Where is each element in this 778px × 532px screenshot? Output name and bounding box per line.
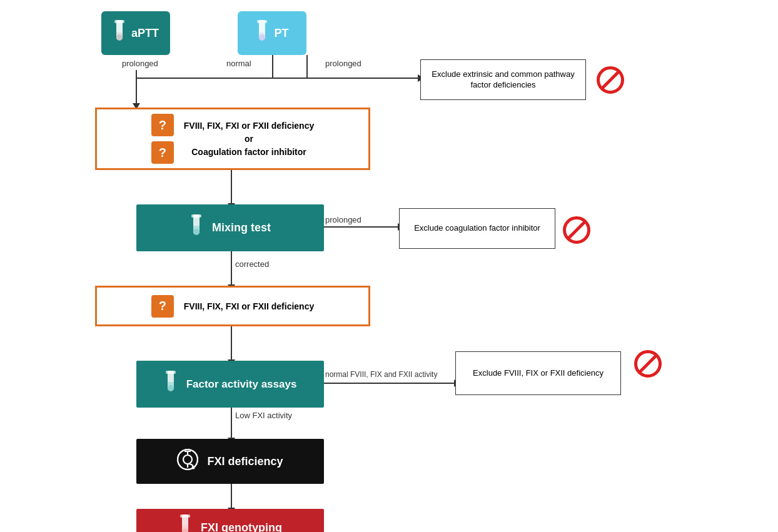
fviii2-text: FVIII, FIX, FXI or FXII deficiency [184,301,315,311]
factor-activity-label: Factor activity assays [186,378,297,391]
svg-point-14 [168,385,174,391]
label-corrected: corrected [235,259,269,269]
tube-aptt-icon [113,20,126,47]
fxi-genotyping-box: FXI genotyping [136,509,324,532]
fxi-genotyping-label: FXI genotyping [201,521,282,533]
arrow-mixing-down [231,251,232,286]
fxi-deficiency-box: FXI deficiency [136,439,324,484]
label-prolonged-mixing: prolonged [325,215,361,224]
question-mark-3: ? [151,295,174,318]
question-marks-column: ? ? [151,114,174,164]
no-symbol-extrinsic [597,66,624,96]
question-mark-2: ? [151,141,174,164]
pt-box: PT [238,11,306,55]
label-normal: normal [226,59,251,68]
fviii-deficiency-box: ? FVIII, FIX, FXI or FXII deficiency [95,286,370,326]
aptt-label: aPTT [131,27,159,40]
svg-rect-15 [166,371,176,374]
mixing-test-label: Mixing test [212,221,271,234]
exclude-coag-text: Exclude coagulation factor inhibitor [414,223,540,234]
fviii-or-inhibitor-box: ? ? FVIII, FIX, FXI or FXII deficiency o… [95,108,370,170]
exclude-coag-box: Exclude coagulation factor inhibitor [399,208,555,249]
label-low-fxi: Low FXI activity [235,411,292,420]
no-entry-icon-1 [597,66,624,94]
svg-point-20 [192,466,195,469]
connector-horizontal [136,78,306,79]
tube-mixing-icon [189,214,203,241]
factor-activity-box: Factor activity assays [136,361,324,408]
svg-rect-11 [191,214,201,218]
exclude-extrinsic-text: Exclude extrinsic and common pathway fac… [425,69,582,91]
fviii-line1: FVIII, FIX, FXI or FXII deficiency [184,119,315,133]
arrow-factor-down [231,408,232,439]
no-entry-icon-2 [563,216,590,244]
arrow-fviii-down [231,170,232,204]
arrow-fxi-down [231,484,232,509]
diagram: aPTT PT prolonged normal prolonged [0,0,778,532]
svg-rect-25 [180,514,190,518]
stethoscope-icon [177,449,198,474]
arrow-factor-right [324,383,455,384]
label-prolonged-right: prolonged [325,59,361,68]
tube-pt-icon [255,20,269,47]
exclude-fviii-text: Exclude FVIII, FIX or FXII deficiency [473,368,604,379]
pt-label: PT [274,27,288,40]
aptt-box: aPTT [101,11,170,55]
fviii-text-block: FVIII, FIX, FXI or FXII deficiency or Co… [184,119,315,159]
question-mark-1: ? [151,114,174,136]
mixing-test-box: Mixing test [136,204,324,251]
arrow-aptt-down [136,70,137,104]
exclude-fviii-box: Exclude FVIII, FIX or FXII deficiency [455,351,621,395]
svg-point-17 [183,455,192,464]
label-normal-fviii: normal FVIII, FIX and FXII activity [325,370,437,379]
fxi-deficiency-label: FXI deficiency [207,455,283,468]
no-entry-icon-3 [634,350,662,378]
arrow-mixing-right [324,226,399,228]
arrow-pt-right [306,78,419,79]
pt-line-down [306,55,308,79]
svg-point-10 [193,229,200,235]
exclude-extrinsic-box: Exclude extrinsic and common pathway fac… [420,59,586,100]
no-symbol-coag [563,216,590,246]
svg-rect-3 [114,20,124,23]
fviii-or: or [184,133,315,146]
arrow-fviii2-down [231,326,232,361]
label-prolonged-left: prolonged [122,59,158,68]
no-symbol-fviii [634,350,662,380]
fviii-line2: Coagulation factor inhibitor [184,146,315,159]
svg-point-2 [116,34,123,41]
pt-line-down2 [272,55,273,79]
svg-point-6 [259,34,265,41]
tube-factor-icon [164,371,178,398]
svg-rect-7 [257,20,267,23]
tube-genotyping-icon [178,514,192,533]
